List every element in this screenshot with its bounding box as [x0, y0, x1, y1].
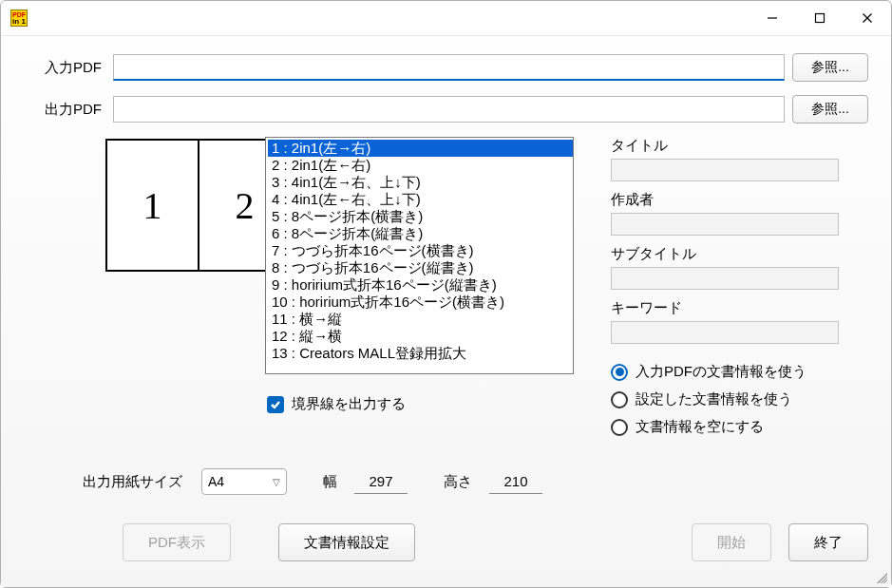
layout-option[interactable]: 7 : つづら折本16ページ(横書き): [268, 242, 573, 259]
preview-column: 1 2: [24, 137, 242, 446]
pdf-view-button[interactable]: PDF表示: [123, 523, 231, 561]
output-pdf-row: 出力PDF 参照...: [24, 95, 868, 123]
border-checkbox-row[interactable]: 境界線を出力する: [267, 395, 588, 413]
body-area: 入力PDF 参照... 出力PDF 参照... 1 2 1 : 2in1(左→右…: [1, 35, 891, 587]
radio-label: 入力PDFの文書情報を使う: [636, 363, 807, 381]
exit-button[interactable]: 終了: [788, 523, 868, 561]
radio-indicator[interactable]: [611, 364, 628, 381]
output-pdf-field[interactable]: [113, 96, 785, 123]
action-button-row: PDF表示 文書情報設定 開始 終了: [24, 523, 868, 561]
radio-label: 設定した文書情報を使う: [636, 390, 792, 408]
meta-subtitle-row: サブタイトル: [611, 245, 868, 290]
layout-option[interactable]: 1 : 2in1(左→右): [268, 140, 573, 157]
radio-indicator[interactable]: [611, 419, 628, 436]
input-pdf-row: 入力PDF 参照...: [24, 53, 868, 82]
paper-size-value: A4: [208, 474, 224, 489]
docinfo-radio-group: 入力PDFの文書情報を使う設定した文書情報を使う文書情報を空にする: [611, 363, 868, 436]
layout-listbox[interactable]: 1 : 2in1(左→右)2 : 2in1(左←右)3 : 4in1(左→右、上…: [265, 137, 574, 374]
radio-label: 文書情報を空にする: [636, 418, 764, 436]
paper-width-field[interactable]: [354, 469, 408, 494]
layout-option[interactable]: 10 : horirium式折本16ページ(横書き): [268, 294, 573, 311]
layout-option[interactable]: 3 : 4in1(左→右、上↓下): [268, 174, 573, 191]
doc-info-settings-button[interactable]: 文書情報設定: [278, 523, 415, 561]
app-icon: PDF in 1: [10, 9, 28, 27]
layout-column: 1 : 2in1(左→右)2 : 2in1(左←右)3 : 4in1(左→右、上…: [265, 137, 588, 446]
meta-title-field[interactable]: [611, 159, 839, 181]
svg-rect-1: [816, 14, 825, 23]
paper-height-field[interactable]: [489, 469, 542, 494]
resize-grip[interactable]: [874, 570, 887, 583]
docinfo-radio-option[interactable]: 文書情報を空にする: [611, 418, 868, 436]
titlebar: PDF in 1: [1, 1, 891, 35]
start-button[interactable]: 開始: [692, 523, 771, 561]
border-checkbox[interactable]: [267, 396, 284, 413]
close-icon: [862, 12, 873, 24]
meta-keyword-row: キーワード: [611, 299, 868, 344]
window-frame: PDF in 1 入力PDF 参照... 出力PDF 参照...: [0, 0, 892, 588]
meta-keyword-field[interactable]: [611, 321, 839, 344]
docinfo-radio-option[interactable]: 設定した文書情報を使う: [611, 390, 868, 408]
layout-option[interactable]: 6 : 8ページ折本(縦書き): [268, 225, 573, 242]
paper-height-label: 高さ: [444, 473, 472, 491]
input-pdf-browse-button[interactable]: 参照...: [792, 53, 868, 82]
meta-author-field[interactable]: [611, 213, 839, 236]
preview-cell-1: 1: [107, 141, 199, 270]
app-icon-text-bottom: in 1: [12, 18, 26, 25]
border-checkbox-label: 境界線を出力する: [292, 395, 406, 413]
layout-option[interactable]: 5 : 8ページ折本(横書き): [268, 208, 573, 225]
chevron-down-icon: ▽: [273, 477, 280, 487]
layout-option[interactable]: 12 : 縦→横: [268, 328, 573, 345]
meta-subtitle-field[interactable]: [611, 267, 839, 290]
maximize-icon: [814, 12, 826, 24]
maximize-button[interactable]: [796, 1, 844, 35]
output-pdf-browse-button[interactable]: 参照...: [792, 95, 868, 123]
meta-keyword-label: キーワード: [611, 299, 868, 317]
layout-option[interactable]: 11 : 横→縦: [268, 311, 573, 328]
layout-option[interactable]: 4 : 4in1(左←右、上↓下): [268, 191, 573, 208]
minimize-button[interactable]: [749, 1, 796, 35]
paper-size-label: 出力用紙サイズ: [83, 473, 182, 491]
meta-title-row: タイトル: [611, 137, 868, 181]
check-icon: [270, 399, 281, 410]
paper-size-row: 出力用紙サイズ A4 ▽ 幅 高さ: [24, 468, 868, 495]
main-grid: 1 2 1 : 2in1(左→右)2 : 2in1(左←右)3 : 4in1(左…: [24, 137, 868, 446]
radio-indicator[interactable]: [611, 391, 628, 408]
minimize-icon: [767, 12, 778, 24]
meta-title-label: タイトル: [611, 137, 868, 155]
layout-option[interactable]: 13 : Creators MALL登録用拡大: [268, 345, 573, 362]
meta-author-label: 作成者: [611, 191, 868, 209]
layout-option[interactable]: 9 : horirium式折本16ページ(縦書き): [268, 276, 573, 294]
metadata-column: タイトル 作成者 サブタイトル キーワード 入力PDFの文書情報を使う設定した文…: [611, 137, 868, 446]
input-pdf-label: 入力PDF: [24, 59, 105, 77]
output-pdf-label: 出力PDF: [24, 101, 105, 119]
close-button[interactable]: [844, 1, 891, 35]
layout-option[interactable]: 8 : つづら折本16ページ(縦書き): [268, 259, 573, 276]
layout-preview: 1 2: [105, 139, 292, 272]
layout-option[interactable]: 2 : 2in1(左←右): [268, 157, 573, 174]
paper-size-combo[interactable]: A4 ▽: [201, 468, 287, 495]
paper-width-label: 幅: [323, 473, 337, 491]
docinfo-radio-option[interactable]: 入力PDFの文書情報を使う: [611, 363, 868, 381]
input-pdf-field[interactable]: [113, 54, 785, 81]
meta-author-row: 作成者: [611, 191, 868, 236]
meta-subtitle-label: サブタイトル: [611, 245, 868, 263]
